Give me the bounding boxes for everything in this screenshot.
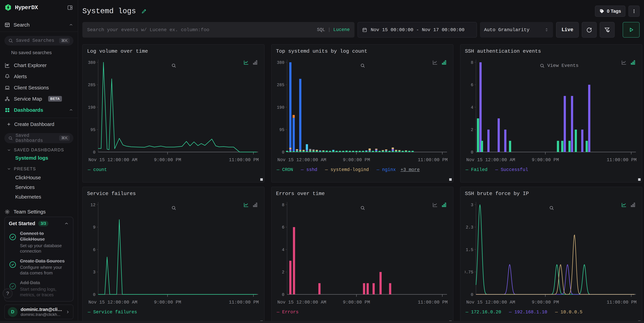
legend-item[interactable]: —172.16.0.20 <box>466 310 501 315</box>
bar-chart-icon[interactable] <box>441 202 447 208</box>
sidebar-item-kubernetes[interactable]: Kubernetes <box>15 192 74 202</box>
chevron-up-icon[interactable] <box>69 108 74 112</box>
view-events-button[interactable] <box>549 205 557 210</box>
main-content: Systemd logs 0 Tags Search your events w… <box>78 0 644 323</box>
bar-chart-icon[interactable] <box>252 202 258 208</box>
live-button[interactable]: Live <box>556 22 579 38</box>
svg-text:0: 0 <box>93 292 96 297</box>
more-options-button[interactable] <box>628 6 640 17</box>
legend-item[interactable]: —sshd <box>301 167 317 172</box>
svg-text:9:00:00 PM: 9:00:00 PM <box>532 157 559 163</box>
presets-header[interactable]: PRESETS <box>4 165 74 173</box>
saved-searches-input[interactable]: Saved Searches ⌘K <box>4 36 74 46</box>
svg-text:11:00:00 PM: 11:00:00 PM <box>606 157 636 163</box>
bar-chart-icon[interactable] <box>441 60 447 65</box>
legend-more-link[interactable]: +3 more <box>400 167 420 172</box>
chart-canvas[interactable]: 32.31.50.750Nov 15 12:00:00 AM9:00:00 PM… <box>465 199 638 309</box>
create-dashboard-button[interactable]: Create Dashboard <box>4 120 74 129</box>
run-query-button[interactable] <box>623 22 640 38</box>
svg-text:9:00:00 PM: 9:00:00 PM <box>154 300 181 305</box>
filter-button[interactable] <box>600 22 614 38</box>
legend-item[interactable]: —Service failures <box>88 310 137 315</box>
chart-type-toggle <box>621 202 636 208</box>
line-chart-icon[interactable] <box>621 202 627 208</box>
user-menu[interactable]: D dominic.tran@clic... dominic.tran@clic… <box>4 304 74 319</box>
bar-chart-icon[interactable] <box>630 60 636 65</box>
chart-canvas[interactable]: 380285190950Nov 15 12:00:00 AM9:00:00 PM… <box>87 56 260 167</box>
sidebar-item-dashboards[interactable]: Dashboards <box>4 104 74 116</box>
granularity-select[interactable]: Auto Granularity <box>480 22 553 38</box>
chart-canvas[interactable]: 86420Nov 15 12:00:00 AM9:00:00 PM11:00:0… <box>276 199 449 309</box>
page-title: Systemd logs <box>82 7 136 16</box>
view-events-button[interactable] <box>171 205 179 210</box>
line-chart-icon[interactable] <box>243 202 249 208</box>
svg-text:Nov 15 12:00:00 AM: Nov 15 12:00:00 AM <box>466 300 515 305</box>
saved-dashboards-input[interactable]: Saved Dashboards ⌘K <box>4 133 74 143</box>
sidebar-item-client-sessions[interactable]: Client Sessions <box>4 82 74 93</box>
svg-text:Nov 15 12:00:00 AM: Nov 15 12:00:00 AM <box>277 300 326 305</box>
chart-canvas[interactable]: 380285190950Nov 15 12:00:00 AM9:00:00 PM… <box>276 56 449 167</box>
shortcut-badge: ⌘K <box>59 38 70 44</box>
edit-pencil-icon[interactable] <box>141 8 147 14</box>
help-button[interactable]: ? <box>3 288 12 298</box>
step-title: Connect to ClickHouse <box>20 231 69 242</box>
toggle-divider: | <box>328 27 330 32</box>
chart-legend: —CRON—sshd—systemd-logind—nginx+3 more <box>276 167 449 172</box>
sidebar-item-search[interactable]: Search <box>4 21 74 30</box>
chart-area: 86420Nov 15 12:00:00 AM9:00:00 PM11:00:0… <box>276 199 449 309</box>
date-range-value: Nov 15 00:00:00 - Nov 17 00:00:00 <box>371 27 464 33</box>
sidebar-collapse-icon[interactable] <box>67 4 74 11</box>
legend-item[interactable]: —count <box>88 167 107 172</box>
bar-chart-icon[interactable] <box>630 202 636 208</box>
view-events-button[interactable] <box>360 205 368 210</box>
legend-item[interactable]: —Failed <box>466 167 488 172</box>
sidebar-item-team-settings[interactable]: Team Settings <box>4 207 74 217</box>
line-chart-icon[interactable] <box>432 202 438 208</box>
filter-edit-icon <box>604 27 610 33</box>
line-chart-icon[interactable] <box>432 60 438 65</box>
lucene-toggle[interactable]: Lucene <box>333 27 350 32</box>
dashboard-grid: Log volume over time 380285190950Nov 15 … <box>82 44 643 323</box>
legend-item[interactable]: —nginx <box>376 167 396 172</box>
refresh-button[interactable] <box>582 22 597 38</box>
horizontal-scrollbar[interactable] <box>0 321 644 323</box>
legend-item[interactable]: —Successful <box>495 167 528 172</box>
svg-text:6: 6 <box>282 225 284 230</box>
legend-item[interactable]: —Errors <box>277 310 298 315</box>
view-events-button[interactable]: View Events <box>540 63 578 68</box>
resize-handle[interactable] <box>449 178 452 181</box>
sidebar-item-chart-explorer[interactable]: Chart Explorer <box>4 60 74 71</box>
get-started-step-sources[interactable]: Create Data Sources Configure where your… <box>9 258 69 276</box>
saved-dashboards-header[interactable]: SAVED DASHBOARDS <box>4 146 74 154</box>
line-chart-icon[interactable] <box>243 60 249 65</box>
view-events-button[interactable] <box>360 63 368 68</box>
view-events-button[interactable] <box>171 63 179 68</box>
svg-text:95: 95 <box>280 127 284 132</box>
sidebar-item-systemd-logs[interactable]: Systemd logs <box>15 154 74 162</box>
line-chart-icon[interactable] <box>621 60 627 65</box>
sidebar-item-clickhouse[interactable]: ClickHouse <box>15 173 74 182</box>
resize-handle[interactable] <box>260 178 263 181</box>
legend-item[interactable]: —CRON <box>277 167 293 172</box>
chart-canvas[interactable]: 86420Nov 15 12:00:00 AM9:00:00 PM11:00:0… <box>465 56 638 167</box>
get-started-step-connect[interactable]: Connect to ClickHouse Set up your databa… <box>9 231 69 254</box>
tags-button[interactable]: 0 Tags <box>595 6 626 17</box>
legend-item[interactable]: —systemd-logind <box>325 167 369 172</box>
chevron-up-icon[interactable] <box>64 221 69 226</box>
resize-handle[interactable] <box>638 178 640 181</box>
legend-item[interactable]: —192.168.1.10 <box>509 310 547 315</box>
get-started-step-add-data[interactable]: Add Data Start sending logs, metrics, or… <box>9 280 69 297</box>
bar-chart-icon[interactable] <box>252 60 258 65</box>
saved-dashboards-header-label: SAVED DASHBOARDS <box>14 147 64 152</box>
chart-canvas[interactable]: 129630Nov 15 12:00:00 AM9:00:00 PM11:00:… <box>87 199 260 309</box>
legend-item[interactable]: —10.0.0.5 <box>555 310 582 315</box>
sql-toggle[interactable]: SQL <box>317 27 325 32</box>
event-search-input[interactable]: Search your events w/ Lucene ex. column:… <box>82 22 354 38</box>
sidebar-item-services[interactable]: Services <box>15 182 74 192</box>
sidebar-item-service-map[interactable]: Service Map BETA <box>4 93 74 104</box>
date-range-picker[interactable]: Nov 15 00:00:00 - Nov 17 00:00:00 <box>358 22 477 38</box>
chevron-up-icon[interactable] <box>69 23 74 27</box>
get-started-header[interactable]: Get Started 3/3 <box>9 221 69 226</box>
check-circle-icon <box>9 233 16 241</box>
sidebar-item-alerts[interactable]: Alerts <box>4 71 74 82</box>
